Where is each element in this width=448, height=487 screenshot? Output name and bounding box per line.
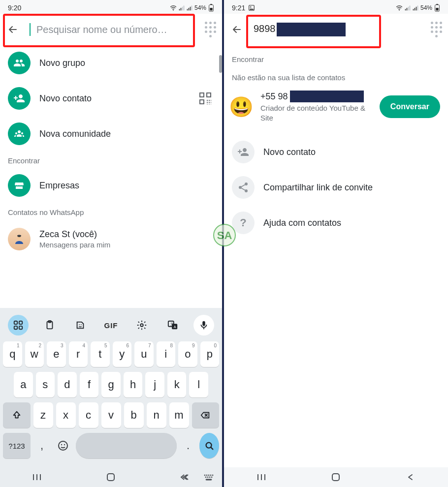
search-input[interactable]: Pesquisar nome ou número… [25,19,200,40]
qr-icon [199,92,211,104]
key-c[interactable]: c [79,402,98,428]
voice-input-button[interactable] [193,315,214,335]
section-not-in-contacts: Não estão na sua lista de contatos [224,66,448,87]
signal-icon-2 [413,5,418,11]
svg-point-44 [399,10,400,11]
dialpad-icon[interactable] [429,23,443,36]
nav-recents[interactable] [30,470,44,485]
clipboard-button[interactable] [40,315,60,335]
key-l[interactable]: l [189,372,208,397]
keyboard-hide-icon[interactable] [203,474,214,483]
svg-point-20 [81,324,82,325]
key-j[interactable]: j [145,372,164,397]
svg-rect-50 [415,8,416,10]
sticker-button[interactable] [70,315,90,335]
key-d[interactable]: d [58,372,77,397]
svg-point-58 [245,189,248,192]
key-n[interactable]: n [147,402,166,428]
share-invite-row[interactable]: Compartilhar link de convite [224,170,448,205]
key-emoji[interactable] [53,433,73,458]
search-input[interactable]: 9898 [249,19,426,40]
back-button[interactable] [4,21,22,38]
status-bar: 9:21 54% [224,0,448,14]
key-p[interactable]: 0p [200,341,220,367]
key-w[interactable]: 2w [25,341,44,367]
key-h[interactable]: h [124,372,143,397]
nav-back[interactable] [178,470,192,485]
svg-rect-31 [107,474,114,481]
add-person-icon [8,87,31,110]
row-title: Empresas [39,181,214,191]
nav-back[interactable] [403,470,418,485]
nav-recents[interactable] [254,470,269,485]
businesses-row[interactable]: Empresas [0,168,222,203]
key-r[interactable]: 4r [69,341,88,367]
key-v[interactable]: v [101,402,121,428]
key-m[interactable]: m [169,402,189,428]
key-q[interactable]: 1q [3,341,22,367]
svg-point-56 [245,183,248,185]
svg-rect-5 [187,9,188,10]
key-s[interactable]: s [36,372,55,397]
svg-point-29 [64,444,65,445]
new-community-row[interactable]: Nova comunidade [0,116,222,152]
svg-rect-51 [416,7,417,11]
nav-bar [224,467,448,487]
status-icons: 54% [170,4,214,12]
status-bar: 9:20 54% [0,0,222,14]
search-placeholder: Pesquisar nome ou número… [36,24,195,35]
key-shift[interactable] [3,402,31,428]
svg-point-32 [204,475,205,476]
nav-home[interactable] [328,470,343,485]
key-k[interactable]: k [167,372,187,397]
keyboard-row-3: z x c v b n m [3,402,219,428]
svg-rect-13 [14,321,17,324]
wifi-icon [396,5,403,11]
help-contacts-row[interactable]: ? Ajuda com contatos [224,205,448,241]
svg-rect-46 [407,8,408,10]
svg-rect-41 [206,479,212,480]
key-search[interactable] [199,433,219,458]
key-t[interactable]: 5t [91,341,110,367]
key-x[interactable]: x [56,402,76,428]
key-backspace[interactable] [192,402,220,428]
key-e[interactable]: 3e [47,341,66,367]
new-group-row[interactable]: Novo grupo [0,45,222,81]
text-caret [30,23,31,36]
self-contact-row[interactable]: Zeca St (você) Mensagens para mim [0,219,222,255]
scroll-indicator[interactable] [219,55,222,73]
row-title: Novo contato [39,93,188,104]
arrow-left-icon [231,24,243,35]
key-y[interactable]: 6y [113,341,132,367]
nav-home[interactable] [103,470,118,485]
keyboard-toolbar: GIF 文A [3,312,219,341]
svg-rect-45 [405,9,406,10]
dialpad-icon[interactable] [203,23,217,36]
key-u[interactable]: 7u [134,341,154,367]
key-z[interactable]: z [33,402,53,428]
settings-button[interactable] [132,315,152,335]
new-contact-row[interactable]: Novo contato [0,81,222,116]
svg-rect-49 [413,9,414,10]
key-g[interactable]: g [101,372,121,397]
svg-text:A: A [173,325,176,329]
key-space[interactable] [76,433,177,458]
keyboard-apps-button[interactable] [8,315,29,335]
key-comma[interactable]: , [33,433,50,458]
key-symbols[interactable]: ?123 [3,433,31,458]
svg-point-36 [212,475,213,476]
key-period[interactable]: . [180,433,196,458]
chat-button[interactable]: Conversar [380,95,440,118]
translate-button[interactable]: 文A [163,315,183,335]
search-result-row[interactable]: 😃 +55 98 Criador de conteúdo YouTube & S… [224,87,448,126]
key-o[interactable]: 9o [178,341,197,367]
key-i[interactable]: 8i [157,341,176,367]
key-b[interactable]: b [124,402,144,428]
gif-button[interactable]: GIF [101,315,121,335]
search-row: Pesquisar nome ou número… [0,14,222,45]
qr-scan-button[interactable] [196,92,214,104]
new-contact-row[interactable]: Novo contato [224,134,448,170]
back-button[interactable] [228,21,246,38]
key-a[interactable]: a [14,372,33,397]
key-f[interactable]: f [80,372,99,397]
